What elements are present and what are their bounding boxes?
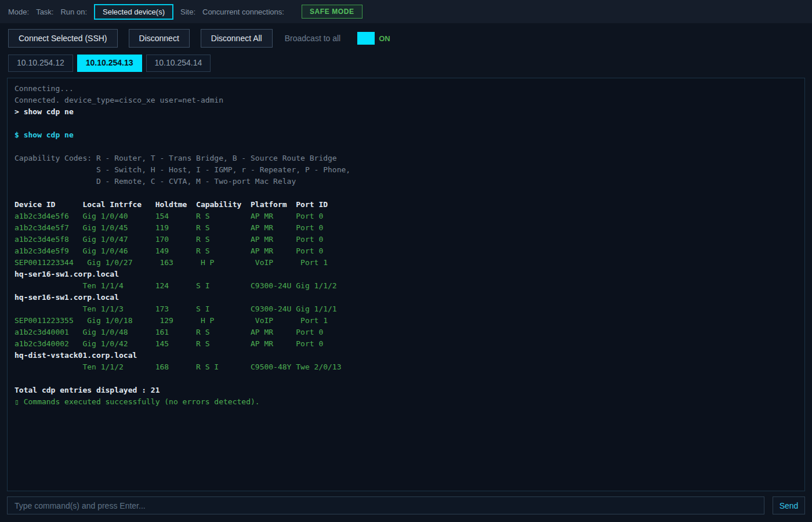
tab-10.10.254.13[interactable]: 10.10.254.13 [77,55,142,72]
concurrent-connections-label: Concurrent connections: [202,8,284,16]
connect-selected-button[interactable]: Connect Selected (SSH) [8,29,118,48]
device-tabs: 10.10.254.1210.10.254.1310.10.254.14 [0,53,812,72]
terminal-line: a1b2c3d4e5f6 Gig 1/0/40 154 R S AP MR Po… [14,211,798,222]
terminal-line: S - Switch, H - Host, I - IGMP, r - Repe… [14,164,798,176]
terminal-line: Connected. device_type=cisco_xe user=net… [14,95,798,106]
terminal-line: Total cdp entries displayed : 21 [14,385,798,396]
terminal-line: Connecting... [14,83,798,95]
disconnect-button[interactable]: Disconnect [129,29,190,48]
tab-10.10.254.14[interactable]: 10.10.254.14 [146,55,211,72]
terminal-line: Ten 1/1/4 124 S I C9300-24U Gig 1/1/2 [14,280,798,292]
terminal-line: $ show cdp ne [14,129,798,141]
run-on-select[interactable]: Selected device(s) [94,4,173,20]
terminal-line: Capability Codes: R - Router, T - Trans … [14,153,798,164]
broadcast-to-all-label: Broadcast to all [285,34,341,43]
terminal-line [14,373,798,385]
terminal-line: Device ID Local Intrfce Holdtme Capabili… [14,199,798,211]
broadcast-toggle[interactable] [357,32,375,45]
terminal-line: a1b2c3d4e5f7 Gig 1/0/45 119 R S AP MR Po… [14,222,798,234]
terminal-line [14,141,798,153]
terminal-line [14,187,798,199]
broadcast-toggle-state: ON [379,34,390,43]
terminal-line: a1b2c3d40002 Gig 1/0/42 145 R S AP MR Po… [14,338,798,350]
terminal-line: a1b2c3d4e5f9 Gig 1/0/46 149 R S AP MR Po… [14,245,798,257]
terminal-line: hq-ser16-sw1.corp.local [14,269,798,280]
toolbar: Connect Selected (SSH) Disconnect Discon… [0,23,812,53]
terminal-line: D - Remote, C - CVTA, M - Two-port Mac R… [14,176,798,187]
terminal-output: Connecting...Connected. device_type=cisc… [7,78,805,491]
command-input[interactable] [7,496,764,514]
terminal-line: hq-dist-vstack01.corp.local [14,350,798,361]
tab-10.10.254.12[interactable]: 10.10.254.12 [8,55,73,72]
terminal-line: > show cdp ne [14,106,798,118]
command-bar: Send [7,496,805,514]
send-button[interactable]: Send [773,496,805,514]
disconnect-all-button[interactable]: Disconnect All [201,29,273,48]
terminal-line: Ten 1/1/2 168 R S I C9500-48Y Twe 2/0/13 [14,361,798,373]
terminal-line [14,118,798,129]
terminal-line: ▯ Commands executed successfully (no err… [14,396,798,408]
topbar: Mode: Task: Run on: Selected device(s) S… [0,0,812,23]
terminal-line: SEP0011223344 Gig 1/0/27 163 H P VoIP Po… [14,257,798,269]
terminal-line: a1b2c3d4e5f8 Gig 1/0/47 170 R S AP MR Po… [14,234,798,245]
terminal-line: SEP0011223355 Gig 1/0/18 129 H P VoIP Po… [14,315,798,327]
safe-mode-badge: SAFE MODE [302,5,362,19]
site-label: Site: [180,8,195,16]
mode-label: Mode: [8,8,29,16]
run-on-label: Run on: [60,8,87,16]
terminal-line: Ten 1/1/3 173 S I C9300-24U Gig 1/1/1 [14,303,798,315]
terminal-line: hq-ser16-sw1.corp.local [14,292,798,303]
task-label: Task: [36,8,53,16]
terminal-line: a1b2c3d40001 Gig 1/0/48 161 R S AP MR Po… [14,327,798,338]
